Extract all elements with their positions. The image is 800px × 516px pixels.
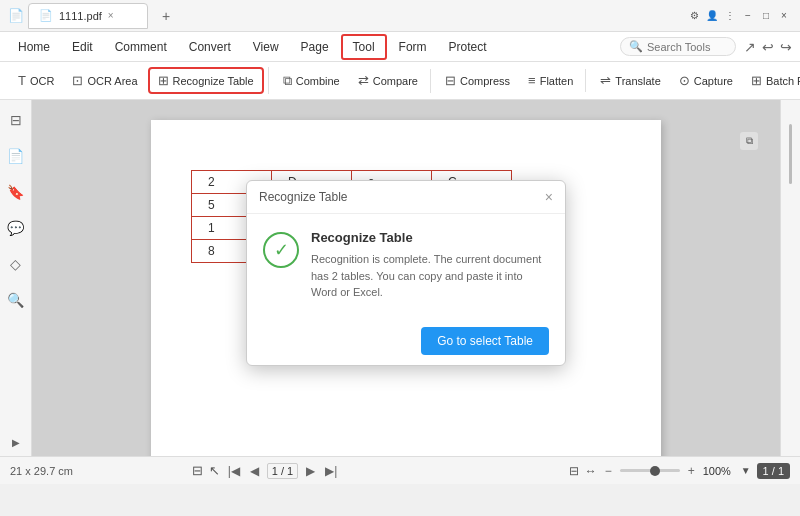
zoom-level-display: 100%: [703, 465, 735, 477]
zoom-out-btn[interactable]: −: [603, 464, 614, 478]
fit-width-icon[interactable]: ↔: [585, 464, 597, 478]
capture-btn[interactable]: ⊙ Capture: [671, 69, 741, 92]
recognize-table-icon: ⊞: [158, 73, 169, 88]
search-tools-box[interactable]: 🔍: [620, 37, 736, 56]
fit-page-icon[interactable]: ⊟: [192, 463, 203, 478]
menu-edit[interactable]: Edit: [62, 36, 103, 58]
go-to-select-table-btn[interactable]: Go to select Table: [421, 327, 549, 355]
compress-label: Compress: [460, 75, 510, 87]
sidebar-grid-icon[interactable]: ⊟: [6, 108, 26, 132]
external-link-icon[interactable]: ↗: [744, 39, 756, 55]
combine-label: Combine: [296, 75, 340, 87]
menu-comment[interactable]: Comment: [105, 36, 177, 58]
copy-icon[interactable]: ⧉: [740, 132, 758, 150]
ocr-area-label: OCR Area: [87, 75, 137, 87]
right-sidebar: [780, 100, 800, 456]
compare-label: Compare: [373, 75, 418, 87]
flatten-label: Flatten: [540, 75, 574, 87]
menu-home[interactable]: Home: [8, 36, 60, 58]
zoom-in-btn[interactable]: +: [686, 464, 697, 478]
batch-process-label: Batch Process: [766, 75, 800, 87]
main-layout: ⊟ 📄 🔖 💬 ◇ 🔍 ▶ 2 D c C: [0, 100, 800, 456]
title-bar: 📄 📄 1111.pdf × + ⚙ 👤 ⋮ − □ ×: [0, 0, 800, 32]
maximize-btn[interactable]: □: [758, 8, 774, 24]
compare-icon: ⇄: [358, 73, 369, 88]
toolbar: T OCR ⊡ OCR Area ⊞ Recognize Table ⧉ Com…: [0, 62, 800, 100]
flatten-icon: ≡: [528, 73, 536, 88]
status-bar: 21 x 29.7 cm ⊟ ↖ |◀ ◀ 1 / 1 ▶ ▶| ⊟ ↔ − +…: [0, 456, 800, 484]
recognize-table-btn[interactable]: ⊞ Recognize Table: [148, 67, 264, 94]
settings-icon[interactable]: ⚙: [686, 8, 702, 24]
zoom-dropdown-icon[interactable]: ▼: [741, 465, 751, 476]
modal-title: Recognize Table: [259, 190, 348, 204]
compare-btn[interactable]: ⇄ Compare: [350, 69, 426, 92]
document-area: 2 D c C 5 D 0 B 1 Aq2: [32, 100, 780, 456]
capture-label: Capture: [694, 75, 733, 87]
recognize-table-label: Recognize Table: [173, 75, 254, 87]
menu-bar: Home Edit Comment Convert View Page Tool…: [0, 32, 800, 62]
minimize-btn[interactable]: −: [740, 8, 756, 24]
redo-icon[interactable]: ↪: [780, 39, 792, 55]
prev-page-btn[interactable]: ◀: [248, 464, 261, 478]
success-check-icon: ✓: [263, 232, 299, 268]
page-number-display: 1 / 1: [267, 463, 298, 479]
batch-process-icon: ⊞: [751, 73, 762, 88]
sidebar-shape-icon[interactable]: ◇: [6, 252, 25, 276]
zoom-slider[interactable]: [620, 469, 680, 472]
zoom-slider-thumb[interactable]: [650, 466, 660, 476]
first-page-btn[interactable]: |◀: [226, 464, 242, 478]
view-mode-icon[interactable]: ⊟: [569, 464, 579, 478]
ocr-icon: T: [18, 73, 26, 88]
file-tab-icon: 📄: [39, 9, 53, 22]
flatten-btn[interactable]: ≡ Flatten: [520, 69, 581, 92]
app-icon: 📄: [8, 8, 24, 23]
nav-controls: ⊟ ↖ |◀ ◀ 1 / 1 ▶ ▶|: [192, 463, 340, 479]
menu-form[interactable]: Form: [389, 36, 437, 58]
menu-icon[interactable]: ⋮: [722, 8, 738, 24]
sidebar-bookmark-icon[interactable]: 🔖: [3, 180, 28, 204]
new-tab-btn[interactable]: +: [156, 6, 176, 26]
ocr-btn[interactable]: T OCR: [10, 69, 62, 92]
ocr-area-btn[interactable]: ⊡ OCR Area: [64, 69, 145, 92]
menu-convert[interactable]: Convert: [179, 36, 241, 58]
translate-icon: ⇌: [600, 73, 611, 88]
tab-bar-area: 📄 1111.pdf × +: [28, 3, 792, 29]
menu-right-icons: ↗ ↩ ↪: [744, 39, 792, 55]
modal-close-btn[interactable]: ×: [545, 189, 553, 205]
modal-content: Recognize Table Recognition is complete.…: [311, 230, 549, 301]
file-tab-title: 1111.pdf: [59, 10, 102, 22]
menu-page[interactable]: Page: [291, 36, 339, 58]
last-page-btn[interactable]: ▶|: [323, 464, 339, 478]
compress-btn[interactable]: ⊟ Compress: [437, 69, 518, 92]
page-dimensions: 21 x 29.7 cm: [10, 465, 73, 477]
file-tab[interactable]: 📄 1111.pdf ×: [28, 3, 148, 29]
account-icon[interactable]: 👤: [704, 8, 720, 24]
sidebar-search-icon[interactable]: 🔍: [3, 288, 28, 312]
search-tools-input[interactable]: [647, 41, 727, 53]
search-icon: 🔍: [629, 40, 643, 53]
combine-btn[interactable]: ⧉ Combine: [275, 69, 348, 93]
menu-view[interactable]: View: [243, 36, 289, 58]
ocr-label: OCR: [30, 75, 54, 87]
capture-icon: ⊙: [679, 73, 690, 88]
page-indicator: 1 / 1: [757, 463, 790, 479]
ocr-area-icon: ⊡: [72, 73, 83, 88]
status-left: 21 x 29.7 cm: [10, 465, 73, 477]
menu-protect[interactable]: Protect: [439, 36, 497, 58]
sidebar-page-icon[interactable]: 📄: [3, 144, 28, 168]
sidebar-expand-icon[interactable]: ▶: [12, 437, 20, 448]
undo-icon[interactable]: ↩: [762, 39, 774, 55]
translate-btn[interactable]: ⇌ Translate: [592, 69, 668, 92]
toolbar-group-compress: ⊟ Compress ≡ Flatten: [433, 69, 586, 92]
close-btn[interactable]: ×: [776, 8, 792, 24]
cursor-icon[interactable]: ↖: [209, 463, 220, 478]
menu-tool[interactable]: Tool: [341, 34, 387, 60]
scrollbar-track[interactable]: [789, 124, 792, 184]
window-controls: ⚙ 👤 ⋮ − □ ×: [686, 8, 792, 24]
modal-body: ✓ Recognize Table Recognition is complet…: [247, 214, 565, 317]
tab-close-btn[interactable]: ×: [108, 10, 114, 21]
copy-pages-btn[interactable]: ⧉: [740, 128, 758, 150]
next-page-btn[interactable]: ▶: [304, 464, 317, 478]
sidebar-comment-icon[interactable]: 💬: [3, 216, 28, 240]
batch-process-btn[interactable]: ⊞ Batch Process: [743, 69, 800, 92]
